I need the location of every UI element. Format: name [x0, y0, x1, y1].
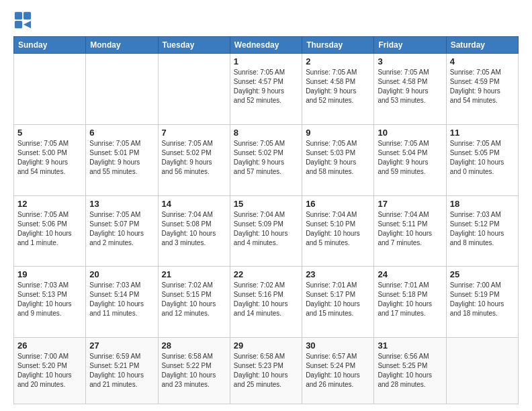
logo — [13, 11, 35, 30]
day-number: 27 — [89, 340, 154, 351]
day-info: Sunrise: 7:05 AM Sunset: 4:57 PM Dayligh… — [234, 68, 298, 105]
calendar-week-row: 19Sunrise: 7:03 AM Sunset: 5:13 PM Dayli… — [14, 267, 519, 338]
day-number: 25 — [450, 269, 515, 279]
day-info: Sunrise: 6:57 AM Sunset: 5:24 PM Dayligh… — [306, 352, 370, 390]
day-number: 4 — [450, 56, 515, 66]
day-info: Sunrise: 7:05 AM Sunset: 5:04 PM Dayligh… — [378, 139, 442, 177]
calendar-day-cell: 12Sunrise: 7:05 AM Sunset: 5:06 PM Dayli… — [14, 195, 86, 267]
day-number: 21 — [162, 269, 226, 279]
day-info: Sunrise: 6:58 AM Sunset: 5:22 PM Dayligh… — [162, 352, 226, 390]
calendar-day-cell: 17Sunrise: 7:04 AM Sunset: 5:11 PM Dayli… — [374, 195, 446, 267]
calendar-day-cell: 11Sunrise: 7:05 AM Sunset: 5:05 PM Dayli… — [446, 124, 518, 195]
day-info: Sunrise: 6:58 AM Sunset: 5:23 PM Dayligh… — [234, 352, 298, 390]
day-info: Sunrise: 7:05 AM Sunset: 5:03 PM Dayligh… — [306, 139, 370, 177]
day-number: 14 — [162, 199, 226, 209]
day-number: 10 — [378, 128, 442, 138]
day-number: 22 — [234, 269, 298, 279]
day-info: Sunrise: 7:05 AM Sunset: 4:58 PM Dayligh… — [378, 68, 442, 105]
calendar-day-cell: 20Sunrise: 7:03 AM Sunset: 5:14 PM Dayli… — [86, 267, 158, 338]
day-info: Sunrise: 7:02 AM Sunset: 5:15 PM Dayligh… — [162, 281, 226, 318]
day-info: Sunrise: 7:00 AM Sunset: 5:20 PM Dayligh… — [17, 352, 82, 390]
calendar-day-cell: 15Sunrise: 7:04 AM Sunset: 5:09 PM Dayli… — [230, 195, 302, 267]
day-info: Sunrise: 7:01 AM Sunset: 5:18 PM Dayligh… — [378, 281, 442, 318]
day-number: 28 — [162, 340, 226, 351]
day-info: Sunrise: 7:05 AM Sunset: 5:06 PM Dayligh… — [17, 210, 82, 248]
calendar-day-cell: 27Sunrise: 6:59 AM Sunset: 5:21 PM Dayli… — [86, 338, 158, 404]
calendar-day-cell: 18Sunrise: 7:03 AM Sunset: 5:12 PM Dayli… — [446, 195, 518, 267]
day-info: Sunrise: 7:05 AM Sunset: 4:58 PM Dayligh… — [306, 68, 370, 105]
calendar-weekday-saturday: Saturday — [446, 37, 518, 54]
day-number: 2 — [306, 56, 370, 66]
calendar-weekday-wednesday: Wednesday — [230, 37, 302, 54]
calendar-day-cell: 8Sunrise: 7:05 AM Sunset: 5:02 PM Daylig… — [230, 124, 302, 195]
day-info: Sunrise: 7:03 AM Sunset: 5:13 PM Dayligh… — [17, 281, 82, 318]
day-number: 1 — [234, 56, 298, 66]
day-number: 9 — [306, 128, 370, 138]
svg-rect-1 — [24, 12, 31, 19]
calendar-day-cell — [158, 54, 230, 125]
day-number: 7 — [162, 128, 226, 138]
day-number: 6 — [89, 128, 154, 138]
calendar-day-cell: 3Sunrise: 7:05 AM Sunset: 4:58 PM Daylig… — [374, 54, 446, 125]
day-info: Sunrise: 7:05 AM Sunset: 5:07 PM Dayligh… — [89, 210, 154, 248]
day-info: Sunrise: 7:03 AM Sunset: 5:12 PM Dayligh… — [450, 210, 515, 248]
calendar-day-cell: 14Sunrise: 7:04 AM Sunset: 5:08 PM Dayli… — [158, 195, 230, 267]
calendar-day-cell: 25Sunrise: 7:00 AM Sunset: 5:19 PM Dayli… — [446, 267, 518, 338]
day-info: Sunrise: 7:05 AM Sunset: 5:02 PM Dayligh… — [234, 139, 298, 177]
calendar-day-cell: 1Sunrise: 7:05 AM Sunset: 4:57 PM Daylig… — [230, 54, 302, 125]
day-number: 3 — [378, 56, 442, 66]
calendar-day-cell: 7Sunrise: 7:05 AM Sunset: 5:02 PM Daylig… — [158, 124, 230, 195]
calendar-day-cell: 4Sunrise: 7:05 AM Sunset: 4:59 PM Daylig… — [446, 54, 518, 125]
day-info: Sunrise: 7:05 AM Sunset: 5:05 PM Dayligh… — [450, 139, 515, 177]
calendar-day-cell: 21Sunrise: 7:02 AM Sunset: 5:15 PM Dayli… — [158, 267, 230, 338]
calendar-weekday-thursday: Thursday — [302, 37, 374, 54]
day-number: 20 — [89, 269, 154, 279]
calendar-day-cell: 28Sunrise: 6:58 AM Sunset: 5:22 PM Dayli… — [158, 338, 230, 404]
calendar-week-row: 1Sunrise: 7:05 AM Sunset: 4:57 PM Daylig… — [14, 54, 519, 125]
day-number: 29 — [234, 340, 298, 351]
calendar-week-row: 5Sunrise: 7:05 AM Sunset: 5:00 PM Daylig… — [14, 124, 519, 195]
day-info: Sunrise: 6:56 AM Sunset: 5:25 PM Dayligh… — [378, 352, 442, 390]
day-number: 17 — [378, 199, 442, 209]
day-info: Sunrise: 7:05 AM Sunset: 5:00 PM Dayligh… — [17, 139, 82, 177]
calendar-day-cell — [446, 338, 518, 404]
day-number: 5 — [17, 128, 82, 138]
day-info: Sunrise: 6:59 AM Sunset: 5:21 PM Dayligh… — [89, 352, 154, 390]
svg-marker-3 — [24, 21, 31, 28]
svg-rect-0 — [15, 12, 22, 19]
day-info: Sunrise: 7:03 AM Sunset: 5:14 PM Dayligh… — [89, 281, 154, 318]
day-info: Sunrise: 7:01 AM Sunset: 5:17 PM Dayligh… — [306, 281, 370, 318]
calendar-weekday-monday: Monday — [86, 37, 158, 54]
day-info: Sunrise: 7:05 AM Sunset: 5:01 PM Dayligh… — [89, 139, 154, 177]
day-number: 24 — [378, 269, 442, 279]
day-number: 30 — [306, 340, 370, 351]
page: SundayMondayTuesdayWednesdayThursdayFrid… — [0, 0, 532, 411]
calendar-weekday-tuesday: Tuesday — [158, 37, 230, 54]
day-number: 26 — [17, 340, 82, 351]
calendar-day-cell: 9Sunrise: 7:05 AM Sunset: 5:03 PM Daylig… — [302, 124, 374, 195]
day-info: Sunrise: 7:02 AM Sunset: 5:16 PM Dayligh… — [234, 281, 298, 318]
svg-rect-2 — [15, 21, 22, 28]
day-number: 16 — [306, 199, 370, 209]
calendar-day-cell: 30Sunrise: 6:57 AM Sunset: 5:24 PM Dayli… — [302, 338, 374, 404]
day-info: Sunrise: 7:04 AM Sunset: 5:11 PM Dayligh… — [378, 210, 442, 248]
header — [13, 11, 519, 30]
calendar-day-cell: 16Sunrise: 7:04 AM Sunset: 5:10 PM Dayli… — [302, 195, 374, 267]
calendar-day-cell: 6Sunrise: 7:05 AM Sunset: 5:01 PM Daylig… — [86, 124, 158, 195]
day-number: 18 — [450, 199, 515, 209]
calendar-week-row: 26Sunrise: 7:00 AM Sunset: 5:20 PM Dayli… — [14, 338, 519, 404]
calendar-day-cell — [86, 54, 158, 125]
day-number: 8 — [234, 128, 298, 138]
calendar-day-cell: 26Sunrise: 7:00 AM Sunset: 5:20 PM Dayli… — [14, 338, 86, 404]
day-number: 23 — [306, 269, 370, 279]
calendar-day-cell: 2Sunrise: 7:05 AM Sunset: 4:58 PM Daylig… — [302, 54, 374, 125]
day-number: 15 — [234, 199, 298, 209]
calendar-day-cell: 24Sunrise: 7:01 AM Sunset: 5:18 PM Dayli… — [374, 267, 446, 338]
day-info: Sunrise: 7:00 AM Sunset: 5:19 PM Dayligh… — [450, 281, 515, 318]
day-info: Sunrise: 7:04 AM Sunset: 5:09 PM Dayligh… — [234, 210, 298, 248]
calendar-day-cell: 22Sunrise: 7:02 AM Sunset: 5:16 PM Dayli… — [230, 267, 302, 338]
day-number: 12 — [17, 199, 82, 209]
calendar-weekday-friday: Friday — [374, 37, 446, 54]
day-info: Sunrise: 7:05 AM Sunset: 4:59 PM Dayligh… — [450, 68, 515, 105]
day-number: 19 — [17, 269, 82, 279]
